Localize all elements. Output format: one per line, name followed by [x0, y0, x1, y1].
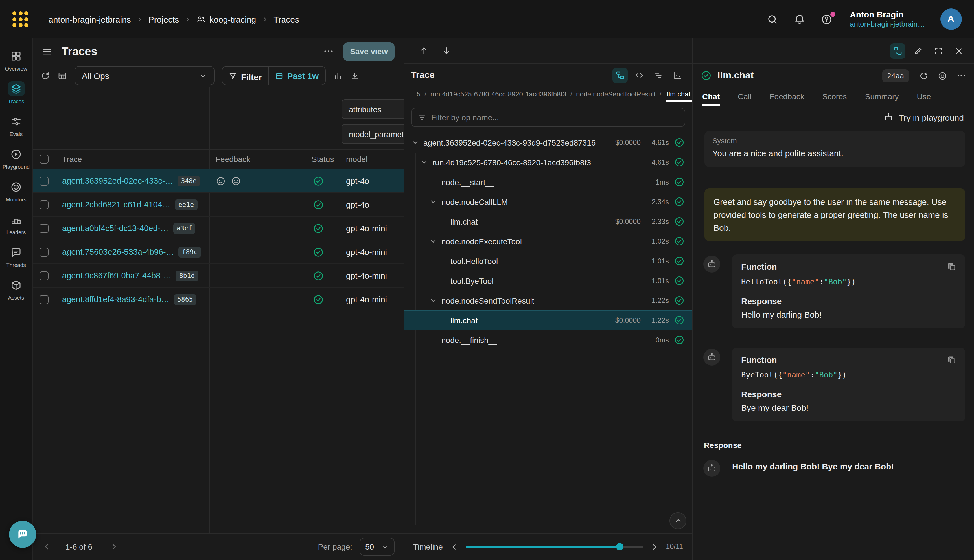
timeline-slider-handle[interactable]: [616, 543, 624, 550]
timeline-slider[interactable]: [466, 545, 643, 548]
trace-link[interactable]: agent.363952ed-02ec-433c-…: [62, 176, 173, 185]
row-checkbox[interactable]: [40, 271, 48, 280]
next-trace-button[interactable]: [442, 46, 452, 56]
trace-link[interactable]: agent.8ffd1ef4-8a93-4dfa-b…: [62, 295, 169, 304]
wandb-logo-icon[interactable]: [12, 11, 28, 27]
timeline-next-button[interactable]: [649, 542, 659, 552]
trace-crumb-node[interactable]: node.nodeSendToolResult: [576, 90, 655, 98]
row-checkbox[interactable]: [40, 224, 48, 233]
help-button[interactable]: [821, 13, 832, 25]
refresh-button[interactable]: [41, 71, 50, 80]
tab-scores[interactable]: Scores: [822, 87, 847, 105]
breadcrumb-project[interactable]: koog-tracing: [197, 14, 256, 24]
tab-feedback[interactable]: Feedback: [769, 87, 805, 105]
sidebar-item-evals[interactable]: Evals: [0, 110, 32, 141]
feedback-button[interactable]: [937, 71, 947, 80]
tree-row[interactable]: node.nodeCallLLM 2.34s: [404, 192, 692, 212]
save-view-button[interactable]: Save view: [343, 42, 395, 61]
table-row[interactable]: agent.a0bf4c5f-dc13-40ed-…a3cf gpt-4o-mi…: [33, 217, 404, 240]
tree-row-selected[interactable]: llm.chat $0.0000 1.22s: [404, 310, 692, 330]
column-header-status[interactable]: Status: [312, 155, 334, 163]
tree-row[interactable]: agent.363952ed-02ec-433c-93d9-d7523ed873…: [404, 133, 692, 152]
trace-link[interactable]: agent.2cbd6821-c61d-4104…: [62, 200, 170, 209]
table-row[interactable]: agent.2cbd6821-c61d-4104…ee1e gpt-4o: [33, 193, 404, 217]
call-id-badge[interactable]: 24aa: [882, 69, 909, 82]
per-page-select[interactable]: 50: [360, 538, 395, 556]
prev-page-button[interactable]: [42, 542, 52, 552]
support-chat-button[interactable]: [9, 520, 36, 548]
tree-row[interactable]: node.nodeSendToolResult 1.22s: [404, 291, 692, 310]
more-options-button[interactable]: [956, 70, 966, 81]
ops-filter-select[interactable]: All Ops: [75, 66, 215, 85]
user-menu[interactable]: Anton Bragin anton-bragin-jetbrain…: [850, 9, 925, 30]
tree-row[interactable]: node.__start__ 1ms: [404, 172, 692, 192]
tab-chat[interactable]: Chat: [702, 87, 720, 105]
tree-view-button[interactable]: [612, 67, 628, 83]
tab-summary[interactable]: Summary: [864, 87, 899, 105]
sidebar-item-monitors[interactable]: Monitors: [0, 175, 32, 207]
side-peek-button[interactable]: [890, 43, 905, 58]
trace-crumb-current[interactable]: llm.chat: [665, 86, 692, 102]
sidebar-item-assets[interactable]: Assets: [0, 273, 32, 305]
copy-button[interactable]: [947, 262, 956, 272]
op-name-filter-input[interactable]: [431, 113, 679, 122]
column-header-feedback[interactable]: Feedback: [216, 155, 250, 163]
retry-button[interactable]: [919, 71, 928, 80]
column-chip-model-parameters[interactable]: model_paramet: [342, 124, 404, 144]
smiley-feedback-icon[interactable]: [216, 176, 226, 186]
row-checkbox[interactable]: [40, 295, 48, 304]
chart-toggle-button[interactable]: [333, 71, 342, 80]
tree-row[interactable]: node.nodeExecuteTool 1.02s: [404, 231, 692, 251]
copy-button[interactable]: [947, 355, 956, 365]
chevron-down-icon[interactable]: [429, 296, 438, 305]
filter-button[interactable]: Filter: [222, 67, 268, 85]
breadcrumb-entity[interactable]: anton-bragin-jetbrains: [48, 14, 131, 24]
try-in-playground-button[interactable]: Try in playground: [883, 112, 964, 122]
sidebar-item-threads[interactable]: Threads: [0, 240, 32, 272]
timeline-prev-button[interactable]: [450, 542, 459, 552]
trace-crumb-run[interactable]: run.4d19c525-6780-46cc-8920-1acd396fb8f3: [430, 90, 567, 98]
notifications-button[interactable]: [793, 13, 805, 25]
fullscreen-button[interactable]: [931, 43, 946, 58]
trace-link[interactable]: agent.9c867f69-0ba7-44b8-…: [62, 271, 171, 280]
chevron-down-icon[interactable]: [420, 158, 429, 167]
trace-crumb-truncated[interactable]: 5: [417, 90, 420, 98]
tree-row[interactable]: llm.chat $0.0000 2.33s: [404, 212, 692, 231]
sidebar-item-leaders[interactable]: Leaders: [0, 208, 32, 239]
table-row[interactable]: agent.8ffd1ef4-8a93-4dfa-b…5865 gpt-4o-m…: [33, 288, 404, 312]
breadcrumb-projects[interactable]: Projects: [148, 14, 179, 24]
frowny-feedback-icon[interactable]: [231, 176, 241, 186]
next-page-button[interactable]: [109, 542, 119, 552]
table-row[interactable]: agent.363952ed-02ec-433c-…348e gpt-4o: [33, 169, 404, 193]
column-header-trace[interactable]: Trace: [62, 155, 82, 163]
avatar[interactable]: A: [940, 8, 962, 30]
tree-row[interactable]: run.4d19c525-6780-46cc-8920-1acd396fb8f3…: [404, 152, 692, 172]
row-checkbox[interactable]: [40, 200, 48, 209]
column-header-model[interactable]: model: [346, 155, 367, 163]
table-row[interactable]: agent.9c867f69-0ba7-44b8-…8b1d gpt-4o-mi…: [33, 264, 404, 288]
more-options-button[interactable]: [323, 46, 334, 57]
tab-call[interactable]: Call: [737, 87, 752, 105]
trace-link[interactable]: agent.a0bf4c5f-dc13-40ed-…: [62, 224, 168, 233]
table-row[interactable]: agent.75603e26-533a-4b96-…f89c gpt-4o-mi…: [33, 240, 404, 264]
sidebar-item-traces[interactable]: Traces: [0, 77, 32, 108]
sidebar-item-overview[interactable]: Overview: [0, 44, 32, 76]
columns-button[interactable]: [58, 71, 67, 80]
edit-button[interactable]: [910, 43, 926, 58]
breadcrumb-traces[interactable]: Traces: [274, 14, 299, 24]
trace-link[interactable]: agent.75603e26-533a-4b96-…: [62, 247, 174, 257]
select-all-checkbox[interactable]: [40, 155, 48, 163]
code-view-button[interactable]: [632, 67, 647, 83]
waterfall-view-button[interactable]: [651, 67, 666, 83]
chevron-down-icon[interactable]: [429, 237, 438, 245]
row-checkbox[interactable]: [40, 247, 48, 257]
tab-use[interactable]: Use: [916, 87, 931, 105]
column-chip-attributes[interactable]: attributes: [342, 99, 404, 119]
collapse-timeline-button[interactable]: [669, 512, 686, 529]
chevron-down-icon[interactable]: [429, 197, 438, 206]
scatter-view-button[interactable]: [670, 67, 685, 83]
export-button[interactable]: [350, 71, 359, 80]
prev-trace-button[interactable]: [419, 46, 429, 56]
tree-row[interactable]: tool.HelloTool 1.01s: [404, 251, 692, 271]
search-button[interactable]: [766, 13, 778, 25]
